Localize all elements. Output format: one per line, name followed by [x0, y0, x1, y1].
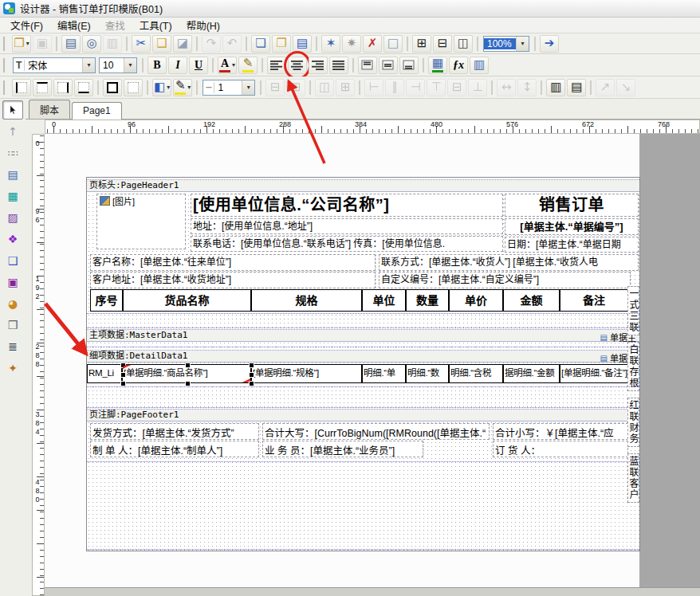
phone-fax-field[interactable]: 联系电话：[使用单位信息.“联系电话”] 传真：[使用单位信息. — [191, 236, 503, 252]
detail-grid-tool[interactable]: ≣ — [2, 337, 23, 356]
copy-strip-field-2[interactable]: 红联财务 — [627, 398, 639, 447]
dropdown-arrow-icon[interactable]: ▾ — [187, 84, 191, 91]
band-page-header[interactable]: 页标头:PageHeader1 — [87, 179, 639, 192]
custom-number-field[interactable]: 自定义编号：[单据主体.“自定义编号”] — [379, 272, 631, 288]
selection-handle[interactable] — [120, 372, 126, 378]
footer-cell-0-0[interactable]: 发货方式：[单据主体.“发货方式” — [90, 423, 259, 440]
border-all-button[interactable] — [103, 79, 122, 96]
table-header-cell-7[interactable]: 备注 — [560, 289, 628, 312]
copy-strip-field-1[interactable]: 白联存根 — [627, 342, 639, 391]
footer-cell-0-1[interactable]: 合计大写：[CurrToBigNum([RMRound([单据主体.“ — [262, 423, 490, 440]
doc-number-field[interactable]: [单据主体.“单据编号”] — [505, 218, 639, 235]
footer-cell-0-2[interactable]: 合计小写：￥[单据主体.“应 — [493, 423, 628, 440]
exit-button[interactable]: ➔ — [540, 35, 559, 53]
border-none-button[interactable] — [124, 79, 143, 96]
tab-script[interactable]: 脚本 — [29, 100, 70, 119]
customer-address-field[interactable]: 客户地址：[单据主体.“收货地址”] — [90, 272, 376, 288]
expression-tool[interactable]: ▦ — [2, 186, 23, 206]
align-right-button[interactable] — [309, 57, 328, 74]
open-button[interactable]: ❐▾ — [12, 35, 31, 53]
align-justify-button[interactable] — [329, 57, 348, 74]
valign-bottom-button[interactable] — [399, 57, 419, 74]
font-size-select[interactable]: 10▾ — [99, 57, 137, 73]
bold-button[interactable]: B — [147, 57, 167, 74]
customer-name-field[interactable]: 客户名称：[单据主体.“往来单位”] — [90, 254, 376, 271]
line-color-button[interactable]: ✎▾ — [173, 79, 192, 96]
border-right-button[interactable] — [53, 79, 73, 96]
dropdown-arrow-icon[interactable]: ▾ — [167, 84, 170, 91]
font-color-button[interactable]: A▾ — [218, 57, 237, 74]
contact-field[interactable]: 联系方式：[单据主体.“收货人”] [单据主体.“收货人电 — [379, 254, 639, 271]
dropdown-arrow-icon[interactable]: ▾ — [242, 80, 254, 95]
dropdown-arrow-icon[interactable]: ▾ — [82, 58, 95, 73]
detail-cell-6[interactable]: 据明细.“金额 — [503, 364, 560, 383]
detail-cell-2[interactable]: [单据明细.“规格”] — [251, 364, 362, 383]
table-header-cell-2[interactable]: 规格 — [251, 289, 362, 312]
band-master-data[interactable]: 主项数据:MasterData1▤单据主 — [87, 329, 639, 342]
dropdown-arrow-icon[interactable]: ▾ — [124, 58, 136, 73]
selection-handle[interactable] — [185, 381, 191, 386]
doc-title-field[interactable]: 销售订单 — [505, 194, 639, 217]
memo-tool[interactable]: ❑ — [2, 251, 23, 270]
selection-handle[interactable] — [249, 372, 254, 378]
label-tool[interactable]: ▤ — [2, 165, 23, 184]
align-left-button[interactable] — [267, 57, 286, 74]
new-report-button[interactable]: ✶ — [321, 35, 340, 53]
footer-cell-1-2[interactable]: 订 货 人： — [493, 441, 628, 457]
same-width-button[interactable]: ▥ — [546, 79, 565, 96]
select-tool[interactable] — [2, 100, 23, 120]
split-panes-button[interactable]: ◫ — [454, 35, 473, 53]
cut-button[interactable]: ✂ — [132, 35, 151, 53]
highlight-button[interactable]: ✎ — [238, 57, 258, 74]
selection-handle[interactable] — [120, 363, 126, 368]
italic-button[interactable]: I — [168, 57, 187, 74]
underline-button[interactable]: U — [189, 57, 208, 74]
delete-page-button[interactable]: ✗ — [363, 35, 382, 53]
table-header-cell-6[interactable]: 金额 — [503, 289, 560, 312]
blank-page-button[interactable]: □ — [383, 35, 403, 53]
valign-middle-button[interactable] — [379, 57, 398, 74]
band-detail-data[interactable]: 细项数据:DetailData1▤单据明 — [87, 350, 639, 363]
valign-top-button[interactable] — [358, 57, 377, 74]
detail-cell-0[interactable]: RM_Li — [87, 364, 122, 383]
show-grid-button[interactable]: ⊞ — [412, 35, 431, 53]
detail-cell-7[interactable]: [单据明细.“备注”] — [560, 364, 628, 383]
bring-to-front-button[interactable]: ❏ — [251, 35, 270, 53]
dropdown-arrow-icon[interactable]: ▾ — [26, 40, 29, 47]
print-preview-button[interactable]: ◎ — [82, 35, 101, 53]
border-top-button[interactable] — [33, 79, 52, 96]
selection-handle[interactable] — [249, 381, 254, 386]
line-width-select[interactable]: ┄1▾ — [203, 80, 255, 96]
insert-field-button[interactable]: ▦ — [428, 57, 447, 74]
date-field[interactable]: 日期：[单据主体.“单据日期 — [505, 237, 639, 253]
picture-tool[interactable]: ▨ — [2, 208, 23, 227]
border-left-button[interactable] — [12, 79, 31, 96]
expression-button[interactable]: ƒx — [449, 57, 468, 74]
table-header-cell-0[interactable]: 序号 — [90, 289, 123, 312]
address-field[interactable]: 地址：[使用单位信息.“地址”] — [191, 218, 503, 234]
title-bar[interactable]: 设计器 - 销售订单打印模版(B01) — [0, 0, 700, 18]
menu-item-4[interactable]: 帮助(H) — [179, 16, 227, 34]
field-list-button[interactable]: ▥ — [470, 57, 489, 74]
object-list-button[interactable]: ▤ — [293, 35, 312, 53]
new-template-button[interactable]: ✷ — [342, 35, 361, 53]
selection-handle[interactable] — [249, 363, 254, 368]
font-family-select[interactable]: T宋体▾ — [13, 57, 96, 73]
ole-tool[interactable]: ❒ — [2, 316, 23, 335]
band-page-footer[interactable]: 页注脚:PageFooter1 — [87, 409, 639, 422]
detail-cell-4[interactable]: 明细.“数 — [406, 364, 449, 383]
send-to-back-button[interactable]: ❐ — [272, 35, 291, 53]
tab-page1[interactable]: Page1 — [72, 102, 122, 120]
band-tool[interactable]: ∷∷ — [2, 143, 23, 163]
snap-to-grid-button[interactable]: ⊟ — [433, 35, 452, 53]
menu-item-0[interactable]: 文件(F) — [3, 16, 50, 34]
chart-tool[interactable]: ◕ — [2, 294, 23, 313]
menu-item-3[interactable]: 工具(T) — [132, 16, 179, 34]
print-button[interactable]: ▤ — [61, 35, 81, 53]
selection-handle[interactable] — [120, 381, 126, 386]
wizard-tool[interactable]: ✦ — [2, 359, 23, 378]
richtext-tool[interactable]: ▣ — [2, 273, 23, 292]
copy-button[interactable]: ❑ — [152, 35, 171, 53]
same-height-button[interactable]: ▤ — [567, 79, 586, 96]
detail-cell-3[interactable]: 明细.“单 — [362, 364, 406, 383]
